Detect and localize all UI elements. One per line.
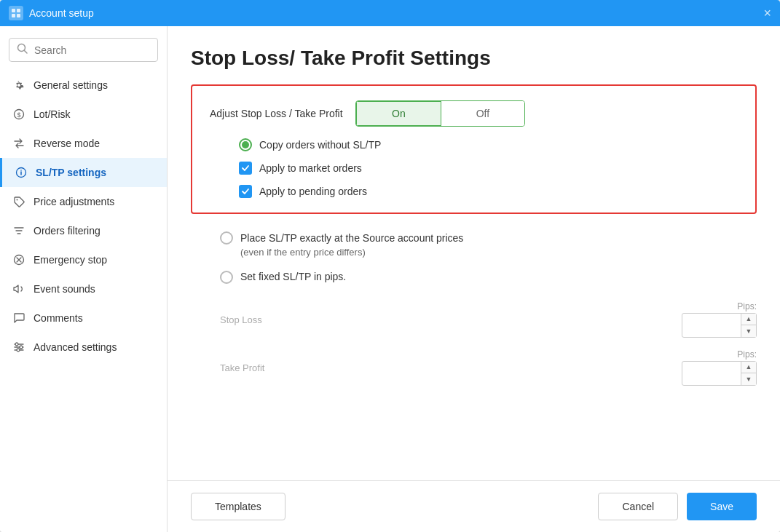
take-profit-field-label: Take Profit: [220, 362, 264, 373]
sidebar-item-orders-filtering[interactable]: Orders filtering: [0, 216, 167, 245]
radio-fixed-pips[interactable]: Set fixed SL/TP in pips.: [220, 271, 757, 284]
radio-group: Copy orders without SL/TP Apply to marke…: [239, 138, 738, 198]
sl-tp-section: Adjust Stop Loss / Take Profit On Off Co…: [191, 84, 757, 214]
search-box[interactable]: [9, 38, 158, 62]
page-title: Stop Loss/ Take Profit Settings: [191, 47, 757, 70]
radio-fixed-icon: [220, 271, 233, 284]
radio-exact-sub: (even if the entry price differs): [240, 246, 463, 259]
take-profit-spinner: ▲ ▼: [741, 362, 756, 385]
radio-fixed-label: Set fixed SL/TP in pips.: [240, 271, 346, 282]
sidebar-item-label: Lot/Risk: [34, 108, 71, 120]
sidebar-item-label: Price adjustments: [34, 196, 114, 207]
checkbox-market-label: Apply to market orders: [259, 162, 362, 174]
svg-point-20: [17, 349, 20, 352]
main-header: Stop Loss/ Take Profit Settings: [168, 26, 780, 84]
sidebar-item-label: Reverse mode: [34, 138, 100, 149]
main-content: Stop Loss/ Take Profit Settings Adjust S…: [168, 26, 780, 532]
adjust-label: Adjust Stop Loss / Take Profit: [210, 108, 355, 119]
svg-point-18: [20, 346, 23, 349]
tag-icon: [12, 194, 26, 209]
take-profit-increment[interactable]: ▲: [741, 362, 756, 373]
checkbox-pending-orders[interactable]: Apply to pending orders: [239, 185, 738, 198]
svg-rect-0: [12, 9, 15, 12]
options-section: Place SL/TP exactly at the Source accoun…: [191, 231, 757, 284]
svg-rect-1: [17, 9, 20, 12]
take-profit-input-area: Pips: ▲ ▼: [682, 349, 757, 386]
sidebar-item-price-adjustments[interactable]: Price adjustments: [0, 187, 167, 216]
search-input[interactable]: [34, 44, 150, 56]
sidebar-item-label: General settings: [34, 79, 108, 91]
sidebar: General settings $ Lot/Risk Reverse: [0, 26, 168, 532]
sidebar-item-event-sounds[interactable]: Event sounds: [0, 274, 167, 303]
stop-loss-spinner: ▲ ▼: [741, 314, 756, 337]
footer-right: Cancel Save: [598, 493, 757, 520]
svg-line-5: [25, 51, 28, 54]
stop-loss-input[interactable]: [682, 315, 741, 336]
svg-point-10: [20, 170, 22, 171]
sidebar-item-label: Orders filtering: [34, 225, 101, 237]
svg-point-16: [15, 343, 18, 346]
filter-icon: [12, 223, 26, 238]
radio-exact-price[interactable]: Place SL/TP exactly at the Source accoun…: [220, 231, 757, 259]
sidebar-item-comments[interactable]: Comments: [0, 303, 167, 333]
checkbox-pending-label: Apply to pending orders: [259, 186, 367, 197]
stop-loss-field-label: Stop Loss: [220, 314, 262, 325]
radio-copy-orders[interactable]: Copy orders without SL/TP: [239, 138, 738, 151]
svg-text:$: $: [17, 111, 20, 119]
pips-label-stop: Pips:: [737, 301, 757, 311]
save-button[interactable]: Save: [687, 493, 757, 520]
checkbox-market-orders[interactable]: Apply to market orders: [239, 162, 738, 175]
svg-rect-2: [12, 14, 15, 17]
stop-icon: [12, 253, 26, 267]
take-profit-decrement[interactable]: ▼: [741, 373, 756, 385]
sidebar-item-label: Event sounds: [34, 283, 95, 295]
sidebar-item-label: Comments: [34, 312, 83, 324]
cancel-button[interactable]: Cancel: [598, 493, 678, 520]
take-profit-row: Take Profit Pips: ▲ ▼: [220, 349, 757, 386]
stop-loss-input-wrapper: ▲ ▼: [682, 313, 757, 338]
svg-rect-3: [17, 14, 20, 17]
reverse-icon: [12, 136, 26, 151]
toggle-on-button[interactable]: On: [356, 101, 441, 126]
footer: Templates Cancel Save: [168, 480, 780, 532]
close-button[interactable]: ×: [763, 6, 771, 21]
titlebar-title: Account setup: [29, 7, 763, 19]
take-profit-input[interactable]: [682, 363, 741, 384]
templates-button[interactable]: Templates: [191, 493, 285, 520]
take-profit-input-wrapper: ▲ ▼: [682, 361, 757, 386]
sidebar-item-label: Advanced settings: [34, 341, 117, 353]
radio-exact-icon: [220, 231, 233, 245]
comment-icon: [12, 311, 26, 325]
footer-left: Templates: [191, 493, 285, 520]
sidebar-item-advanced-settings[interactable]: Advanced settings: [0, 333, 167, 362]
stop-loss-increment[interactable]: ▲: [741, 314, 756, 325]
radio-copy-label: Copy orders without SL/TP: [259, 139, 381, 151]
adjust-field-row: Adjust Stop Loss / Take Profit On Off: [210, 100, 738, 127]
main-body: Adjust Stop Loss / Take Profit On Off Co…: [168, 84, 780, 480]
sidebar-item-label: SL/TP settings: [36, 167, 106, 178]
radio-exact-main: Place SL/TP exactly at the Source accoun…: [240, 231, 463, 246]
pips-section: Stop Loss Pips: ▲ ▼: [191, 301, 757, 386]
sidebar-item-emergency-stop[interactable]: Emergency stop: [0, 245, 167, 274]
titlebar: Account setup ×: [0, 0, 780, 26]
stop-loss-input-area: Pips: ▲ ▼: [682, 301, 757, 338]
gear-icon: [12, 78, 26, 92]
sidebar-item-lot-risk[interactable]: $ Lot/Risk: [0, 100, 167, 129]
toggle-group: On Off: [355, 100, 525, 127]
sidebar-item-label: Emergency stop: [34, 254, 107, 266]
info-circle-icon: [14, 165, 28, 180]
sliders-icon: [12, 340, 26, 354]
toggle-off-button[interactable]: Off: [441, 101, 524, 126]
sidebar-item-reverse-mode[interactable]: Reverse mode: [0, 129, 167, 158]
svg-point-11: [17, 199, 18, 201]
circle-dollar-icon: $: [12, 107, 26, 122]
radio-exact-text: Place SL/TP exactly at the Source accoun…: [240, 231, 463, 259]
checkbox-pending-icon: [239, 185, 252, 198]
sidebar-item-general-settings[interactable]: General settings: [0, 71, 167, 100]
search-icon: [17, 43, 28, 57]
pips-label-take: Pips:: [737, 349, 757, 360]
sidebar-item-sl-tp-settings[interactable]: SL/TP settings: [0, 158, 167, 187]
stop-loss-decrement[interactable]: ▼: [741, 325, 756, 337]
sound-icon: [12, 282, 26, 296]
titlebar-icon: [9, 6, 23, 20]
